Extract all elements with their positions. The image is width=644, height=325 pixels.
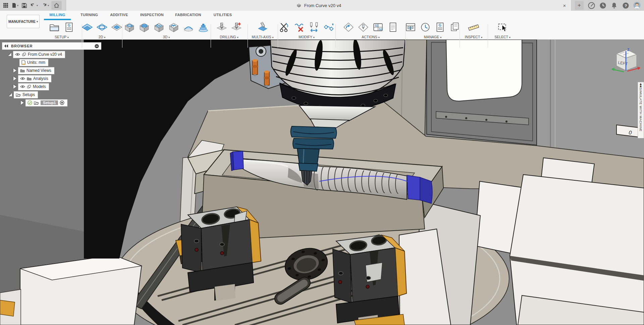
- new-setup-button[interactable]: [48, 20, 61, 34]
- job-status-icon[interactable]: [599, 2, 606, 9]
- document-cube-icon: [296, 3, 302, 8]
- group-drilling-dropdown[interactable]: DRILLING ▾: [220, 35, 238, 39]
- ramp-button[interactable]: [197, 20, 210, 34]
- undo-caret-icon[interactable]: ▾: [37, 4, 38, 7]
- new-tab-button[interactable]: +: [575, 1, 584, 10]
- simulate-with-machine-tab[interactable]: ◀◀ SIMULATE WITH MACHINE: [638, 82, 644, 138]
- tool-change-button[interactable]: [307, 20, 321, 34]
- browser-row-setups[interactable]: Setups: [9, 91, 101, 98]
- browser-row-analysis[interactable]: Analysis: [13, 75, 101, 82]
- adaptive-clearing-button[interactable]: [123, 20, 136, 34]
- trim-button[interactable]: [278, 20, 291, 34]
- edit-points-button[interactable]: [322, 20, 335, 34]
- setup-sheet-button[interactable]: [386, 20, 399, 34]
- face-button[interactable]: [80, 20, 94, 34]
- browser-header[interactable]: BROWSER: [2, 42, 101, 50]
- tab-utilities[interactable]: UTILITIES: [206, 13, 239, 19]
- ribbon-toolbar: MILLING TURNING ADDITIVE INSPECTION FABR…: [0, 11, 644, 40]
- browser-row-root[interactable]: From Curve v20 v4: [8, 51, 101, 58]
- group-actions-dropdown[interactable]: ACTIONS ▾: [362, 35, 380, 39]
- 2d-pocket-button[interactable]: [95, 20, 109, 34]
- measure-button[interactable]: [467, 20, 480, 34]
- remove-panel-icon[interactable]: [95, 44, 99, 48]
- redo-button[interactable]: ▾: [40, 1, 50, 10]
- templates-icon: [449, 21, 461, 33]
- expand-arrow-icon[interactable]: [9, 93, 12, 96]
- extensions-icon[interactable]: [588, 2, 595, 9]
- redo-caret-icon[interactable]: ▾: [48, 4, 49, 7]
- 2d-contour-button[interactable]: [110, 20, 123, 34]
- tab-inspection[interactable]: INSPECTION: [134, 13, 170, 19]
- expand-arrow-icon[interactable]: [21, 101, 24, 105]
- 2d-contour-icon: [111, 21, 122, 33]
- group-modify-dropdown[interactable]: MODIFY ▾: [299, 35, 315, 39]
- radio-target-icon[interactable]: [60, 100, 64, 105]
- group-select-dropdown[interactable]: SELECT ▾: [494, 35, 511, 39]
- group-multiaxis-dropdown[interactable]: MULTI-AXIS ▾: [252, 35, 273, 39]
- browser-item-label: Setups: [22, 92, 35, 97]
- browser-row-units[interactable]: Units: mm: [19, 59, 101, 66]
- expand-arrow-icon[interactable]: [13, 77, 16, 81]
- browser-row-setup1[interactable]: Setup1: [21, 99, 101, 106]
- vise-right[interactable]: [333, 235, 407, 325]
- expand-arrow-icon[interactable]: [13, 85, 16, 89]
- file-menu-button[interactable]: ▾: [11, 1, 19, 10]
- delete-passes-button[interactable]: [292, 20, 306, 34]
- group-setup-dropdown[interactable]: SETUP ▾: [55, 35, 69, 39]
- generate-button[interactable]: [433, 20, 447, 34]
- mouse-cursor: [502, 25, 507, 34]
- machining-time-button[interactable]: [357, 20, 370, 34]
- visibility-eye-icon[interactable]: [20, 85, 25, 88]
- z-axis-label: Z: [627, 48, 629, 52]
- 2d-pocket-icon: [96, 21, 108, 33]
- simulate-button[interactable]: [342, 20, 355, 34]
- browser-item-label: From Curve v20 v4: [28, 52, 62, 57]
- group-inspect-dropdown[interactable]: INSPECT ▾: [465, 35, 482, 39]
- group-3d-dropdown[interactable]: 3D ▾: [163, 35, 170, 39]
- units-document-icon: [21, 60, 25, 65]
- adaptive-clearing-icon: [124, 21, 135, 33]
- home-button[interactable]: [51, 1, 62, 10]
- pocket-clearing-button[interactable]: [138, 20, 151, 34]
- tab-fabrication[interactable]: FABRICATION: [169, 13, 207, 19]
- drill-button[interactable]: [215, 20, 228, 34]
- save-button[interactable]: [21, 1, 28, 10]
- flow-button[interactable]: [167, 20, 180, 34]
- morphed-spiral-button[interactable]: [182, 20, 195, 34]
- trim-scissors-icon: [279, 21, 290, 33]
- nc-program-button[interactable]: [62, 20, 76, 34]
- workspace-label: MANUFACTURE: [8, 19, 36, 24]
- expand-arrow-icon[interactable]: [13, 68, 16, 73]
- notifications-bell-icon[interactable]: [610, 2, 618, 9]
- swarf-button[interactable]: [256, 20, 269, 34]
- profile-avatar[interactable]: [633, 2, 641, 9]
- app-grid-icon[interactable]: [2, 1, 9, 10]
- group-divider: [335, 24, 336, 48]
- browser-item-label: Analysis: [33, 76, 48, 81]
- ramp-icon: [198, 21, 209, 33]
- undo-button[interactable]: ▾: [29, 1, 39, 10]
- browser-row-named-views[interactable]: Named Views: [13, 67, 101, 74]
- task-manager-button[interactable]: [419, 20, 432, 34]
- document-tab[interactable]: From Curve v20 v4 ×: [66, 0, 572, 11]
- group-manage-dropdown[interactable]: MANAGE ▾: [424, 35, 441, 39]
- tab-turning[interactable]: TURNING: [74, 13, 104, 19]
- workspace-switcher[interactable]: MANUFACTURE ▾: [7, 15, 40, 28]
- tab-additive[interactable]: ADDITIVE: [104, 13, 134, 19]
- collapse-panel-icon[interactable]: [4, 44, 8, 48]
- close-tab-icon[interactable]: ×: [561, 2, 568, 9]
- group-manage: MANAGE ▾: [407, 20, 459, 40]
- browser-row-models[interactable]: Models: [13, 83, 101, 90]
- viewcube[interactable]: LEFT Z: [610, 46, 643, 80]
- expand-arrow-icon[interactable]: [8, 53, 11, 56]
- group-2d-dropdown[interactable]: 2D ▾: [99, 35, 105, 39]
- steep-and-shallow-button[interactable]: [152, 20, 166, 34]
- tool-library-button[interactable]: [404, 20, 417, 34]
- post-process-button[interactable]: [371, 20, 385, 34]
- visibility-eye-icon[interactable]: [15, 53, 20, 56]
- help-icon[interactable]: ?: [622, 2, 629, 9]
- browser-item-label: Models: [33, 84, 46, 89]
- tab-milling[interactable]: MILLING: [45, 13, 70, 19]
- bore-button[interactable]: [230, 20, 243, 34]
- visibility-eye-icon[interactable]: [20, 77, 25, 80]
